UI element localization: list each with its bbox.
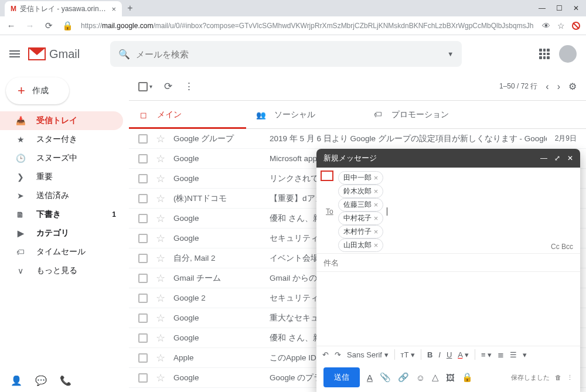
more-format-icon[interactable]: ▾ — [523, 350, 527, 359]
mail-checkbox[interactable] — [138, 274, 148, 283]
gmail-logo[interactable]: Gmail — [28, 47, 80, 61]
star-icon[interactable]: ☆ — [156, 192, 165, 205]
mail-row[interactable]: ☆Google グループ2019 年 5 月 6 日より Google グループ… — [129, 129, 586, 149]
mail-checkbox[interactable] — [138, 254, 148, 263]
person-icon[interactable]: 👤 — [11, 375, 22, 386]
text-color-icon[interactable]: A ▾ — [458, 350, 469, 359]
mail-checkbox[interactable] — [138, 353, 148, 363]
emoji-icon[interactable]: ☺ — [416, 373, 425, 383]
search-input[interactable] — [136, 49, 441, 59]
remove-chip-icon[interactable]: × — [374, 200, 379, 209]
mail-checkbox[interactable] — [138, 313, 148, 323]
minimize-icon[interactable]: — — [539, 4, 546, 12]
eye-icon[interactable]: 👁 — [542, 21, 550, 30]
star-icon[interactable]: ☆ — [156, 272, 165, 285]
remove-chip-icon[interactable]: × — [374, 173, 379, 182]
mail-checkbox[interactable] — [138, 333, 148, 343]
compose-body[interactable] — [316, 272, 580, 346]
blocker-icon[interactable] — [572, 22, 580, 30]
compose-button[interactable]: + 作成 — [6, 77, 69, 104]
back-icon[interactable]: ← — [6, 21, 16, 30]
tab-1[interactable]: 👥ソーシャル — [246, 101, 363, 128]
remove-chip-icon[interactable]: × — [374, 227, 379, 236]
compose-minimize-icon[interactable]: — — [540, 154, 547, 162]
align-icon[interactable]: ≡ ▾ — [481, 350, 492, 359]
star-icon[interactable]: ☆ — [156, 212, 165, 225]
sidebar-item-2[interactable]: 🕒スヌーズ中 — [0, 149, 123, 168]
recipient-chip[interactable]: 田中一郎× — [338, 171, 384, 185]
star-icon[interactable]: ☆ — [156, 292, 165, 305]
font-size-icon[interactable]: тT ▾ — [401, 350, 415, 359]
reload-icon[interactable]: ⟳ — [43, 21, 54, 31]
sidebar-item-3[interactable]: ❯重要 — [0, 168, 123, 186]
subject-input[interactable] — [323, 258, 573, 267]
bcc-button[interactable]: Bcc — [561, 243, 573, 251]
sidebar-item-7[interactable]: 🏷タイムセール — [0, 243, 123, 261]
star-icon[interactable]: ☆ — [156, 232, 165, 245]
sidebar-item-6[interactable]: ▶カテゴリ — [0, 224, 123, 243]
star-icon[interactable]: ☆ — [156, 332, 165, 345]
remove-chip-icon[interactable]: × — [374, 241, 379, 250]
redo-icon[interactable]: ↷ — [335, 350, 341, 359]
mail-checkbox[interactable] — [138, 154, 148, 163]
apps-icon[interactable] — [539, 49, 550, 59]
select-all-checkbox[interactable]: ▾ — [138, 82, 152, 91]
mail-checkbox[interactable] — [138, 294, 148, 303]
link-icon[interactable]: 🔗 — [398, 372, 409, 383]
numbered-list-icon[interactable]: ≣ — [498, 350, 504, 359]
compose-more-icon[interactable]: ⋮ — [567, 374, 573, 381]
mail-checkbox[interactable] — [138, 214, 148, 223]
close-window-icon[interactable]: ✕ — [573, 4, 579, 12]
tab-0[interactable]: ◻メイン — [129, 101, 246, 128]
account-icon[interactable] — [559, 45, 577, 63]
discard-icon[interactable]: 🗑 — [555, 374, 561, 381]
remove-chip-icon[interactable]: × — [374, 187, 379, 196]
star-icon[interactable]: ☆ — [156, 152, 165, 165]
settings-icon[interactable]: ⚙ — [568, 81, 577, 92]
star-icon[interactable]: ☆ — [156, 312, 165, 325]
drive-icon[interactable]: △ — [432, 372, 439, 383]
search-box[interactable]: 🔍 ▼ — [110, 41, 462, 67]
undo-icon[interactable]: ↶ — [322, 350, 329, 359]
address-bar[interactable]: https://mail.google.com/mail/u/0/#inbox?… — [81, 22, 534, 30]
mail-checkbox[interactable] — [138, 373, 148, 383]
compose-close-icon[interactable]: ✕ — [567, 154, 573, 162]
mail-checkbox[interactable] — [138, 234, 148, 243]
recipient-chip[interactable]: 中村花子× — [338, 212, 384, 225]
bookmark-icon[interactable]: ☆ — [557, 21, 565, 30]
send-button[interactable]: 送信 — [323, 367, 360, 387]
sidebar-item-4[interactable]: ➤送信済み — [0, 186, 123, 205]
star-icon[interactable]: ☆ — [156, 252, 165, 265]
phone-icon[interactable]: 📞 — [60, 375, 71, 386]
star-icon[interactable]: ☆ — [156, 172, 165, 185]
new-tab-button[interactable]: + — [122, 0, 138, 16]
to-input-caret[interactable] — [387, 207, 387, 216]
menu-icon[interactable] — [9, 49, 21, 59]
forward-icon[interactable]: → — [25, 21, 35, 30]
confidential-icon[interactable]: 🔒 — [462, 372, 473, 383]
to-label[interactable]: To — [323, 206, 336, 217]
star-icon[interactable]: ☆ — [156, 352, 165, 364]
mail-checkbox[interactable] — [138, 194, 148, 203]
italic-icon[interactable]: I — [438, 350, 441, 359]
format-icon[interactable]: A — [367, 373, 373, 383]
recipient-chip[interactable]: 木村竹子× — [338, 225, 384, 238]
mail-checkbox[interactable] — [138, 174, 148, 183]
bold-icon[interactable]: B — [427, 350, 432, 359]
sidebar-item-5[interactable]: 🗎下書き1 — [0, 205, 123, 224]
more-icon[interactable]: ⋮ — [184, 80, 194, 93]
attach-icon[interactable]: 📎 — [380, 372, 391, 383]
search-dropdown-icon[interactable]: ▼ — [447, 50, 454, 57]
prev-page-icon[interactable]: ‹ — [546, 81, 548, 92]
hangouts-icon[interactable]: 💬 — [35, 375, 47, 386]
remove-chip-icon[interactable]: × — [374, 214, 379, 223]
image-icon[interactable]: 🖼 — [446, 373, 455, 383]
sidebar-item-0[interactable]: 📥受信トレイ — [0, 111, 123, 130]
refresh-icon[interactable]: ⟳ — [164, 80, 172, 93]
compose-expand-icon[interactable]: ⤢ — [554, 154, 560, 162]
mail-checkbox[interactable] — [138, 134, 148, 144]
cc-button[interactable]: Cc — [551, 243, 560, 251]
font-select[interactable]: Sans Serif ▾ — [347, 350, 389, 359]
recipient-chip[interactable]: 佐藤三郎× — [338, 198, 384, 212]
close-tab-icon[interactable]: × — [111, 5, 116, 13]
